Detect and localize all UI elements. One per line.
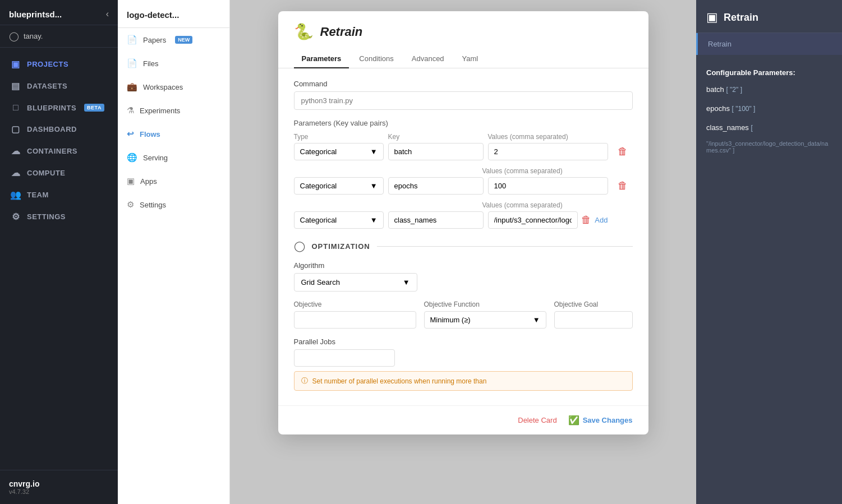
sidebar-footer: cnvrg.io v4.7.32 (0, 470, 118, 504)
modal-body: Command Parameters (Key value pairs) Typ… (278, 68, 648, 405)
nav-label: Flows (140, 130, 160, 138)
app-version: v4.7.32 (9, 488, 109, 495)
tab-yaml[interactable]: Yaml (454, 50, 486, 68)
containers-icon: ☁ (10, 146, 21, 156)
modal-title: Retrain (320, 25, 363, 39)
second-nav-experiments[interactable]: ⚗ Experiments (118, 99, 229, 122)
delete-param-button-0[interactable]: 🗑 (613, 146, 633, 158)
compute-icon: ☁ (10, 168, 21, 178)
objective-goal-field: Objective Goal (554, 300, 633, 329)
settings-icon: ⚙ (10, 211, 21, 222)
sidebar-item-datasets[interactable]: ▤ DATASETS (0, 75, 118, 97)
command-input[interactable] (294, 91, 633, 110)
collapse-sidebar-button[interactable]: ‹ (106, 9, 109, 19)
nav-label: Files (143, 59, 158, 68)
tab-conditions[interactable]: Conditions (351, 50, 401, 68)
param-row: Categorical ▼ 🗑 (294, 143, 633, 160)
apps-icon: ▣ (127, 176, 135, 186)
collapse-icon[interactable]: ◯ (294, 240, 305, 252)
sidebar-item-blueprints[interactable]: □ BLUEPRINTS BETA (0, 97, 118, 118)
param-type-select-1[interactable]: Categorical ▼ (294, 177, 384, 195)
user-info: ◯ tanay. (0, 25, 118, 48)
tab-parameters[interactable]: Parameters (294, 50, 349, 68)
right-panel: ▣ Retrain Retrain Configurable Parameter… (696, 0, 842, 504)
optimization-section: ◯ OPTIMIZATION (294, 240, 633, 252)
beta-badge: BETA (84, 104, 104, 112)
param-value: [ "100" ] (732, 105, 756, 113)
param-type-select-0[interactable]: Categorical ▼ (294, 143, 384, 160)
tooltip-text: Set number of parallel executions when r… (312, 377, 487, 385)
right-panel-icon: ▣ (706, 10, 718, 25)
add-param-button[interactable]: Add (595, 216, 608, 224)
nav-label: Experiments (140, 107, 180, 115)
parallel-jobs-input[interactable] (294, 349, 395, 367)
new-badge: NEW (175, 36, 192, 44)
second-nav-workspaces[interactable]: 💼 Workspaces (118, 75, 229, 99)
sidebar-item-compute[interactable]: ☁ COMPUTE (0, 162, 118, 184)
delete-card-button[interactable]: Delete Card (518, 416, 556, 424)
modal-python-icon: 🐍 (294, 22, 314, 41)
sidebar-item-dashboard[interactable]: ▢ DASHBOARD (0, 118, 118, 140)
nav-label: Workspaces (143, 83, 183, 91)
values-label-3: Values (comma separated) (482, 201, 633, 209)
param-value-input-2[interactable] (488, 211, 578, 229)
delete-param-button-1[interactable]: 🗑 (613, 180, 633, 192)
param-key-input-2[interactable] (388, 211, 484, 229)
second-nav-flows[interactable]: ↩ Flows (118, 122, 229, 146)
sidebar-item-settings[interactable]: ⚙ SETTINGS (0, 206, 118, 228)
second-nav-apps[interactable]: ▣ Apps (118, 169, 229, 193)
projects-icon: ▣ (10, 59, 21, 70)
second-nav-files[interactable]: 📄 Files (118, 52, 229, 75)
param-name: batch (706, 85, 724, 94)
objective-function-value: Minimum (≥) (430, 316, 471, 324)
objective-label: Objective (294, 300, 416, 308)
company-name: cnvrg.io (9, 479, 109, 488)
param-long-value: "/input/s3_connector/logo_detection_data… (696, 138, 842, 160)
chevron-down-icon: ▼ (533, 316, 540, 324)
nav-label: Settings (140, 201, 166, 209)
param-key-input-1[interactable] (388, 177, 484, 195)
param-type-value: Categorical (300, 182, 337, 190)
papers-icon: 📄 (127, 35, 137, 45)
param-type-value: Categorical (300, 216, 337, 224)
left-sidebar: blueprintsd... ‹ ◯ tanay. ▣ PROJECTS ▤ D… (0, 0, 118, 504)
parallel-section: Parallel Jobs ⓘ Set number of parallel e… (294, 337, 633, 391)
second-nav-papers[interactable]: 📄 Papers NEW (118, 28, 229, 52)
settings2-icon: ⚙ (127, 200, 134, 210)
config-param-class-names: class_names [ (696, 118, 842, 137)
param-value: [ (751, 124, 753, 132)
sidebar-item-projects[interactable]: ▣ PROJECTS (0, 53, 118, 75)
save-changes-button[interactable]: ✅ Save Changes (568, 415, 633, 426)
user-icon: ◯ (9, 31, 19, 41)
second-nav-settings[interactable]: ⚙ Settings (118, 193, 229, 216)
objective-function-select[interactable]: Minimum (≥) ▼ (424, 311, 546, 329)
param-value-input-0[interactable] (488, 143, 608, 160)
sidebar-item-team[interactable]: 👥 TEAM (0, 184, 118, 206)
objective-goal-input[interactable] (554, 311, 633, 329)
sidebar-item-containers[interactable]: ☁ CONTAINERS (0, 140, 118, 162)
col-type-label: Type (294, 133, 384, 141)
sidebar-item-label: BLUEPRINTS (27, 104, 76, 112)
objective-input[interactable] (294, 311, 416, 329)
app-title: blueprintsd... (9, 10, 62, 19)
param-key-input-0[interactable] (388, 143, 484, 160)
param-type-value: Categorical (300, 147, 337, 156)
sidebar-item-label: COMPUTE (27, 169, 66, 177)
sidebar-nav: ▣ PROJECTS ▤ DATASETS □ BLUEPRINTS BETA … (0, 48, 118, 470)
param-name: class_names (706, 123, 749, 132)
files-icon: 📄 (127, 58, 137, 68)
second-nav-serving[interactable]: 🌐 Serving (118, 146, 229, 169)
param-row: Categorical ▼ 🗑 (294, 177, 633, 195)
param-value-input-1[interactable] (488, 177, 608, 195)
modal-tabs: Parameters Conditions Advanced Yaml (278, 41, 648, 68)
sidebar-item-label: CONTAINERS (27, 147, 77, 155)
param-type-select-2[interactable]: Categorical ▼ (294, 211, 384, 229)
chevron-down-icon: ▼ (370, 147, 378, 156)
delete-param-button-2[interactable]: 🗑 (581, 214, 591, 226)
objective-function-field: Objective Function Minimum (≥) ▼ (424, 300, 546, 329)
nav-label: Serving (143, 154, 168, 162)
algorithm-select[interactable]: Grid Search ▼ (294, 273, 417, 292)
username: tanay. (24, 32, 43, 40)
flows-icon: ↩ (127, 129, 134, 139)
tab-advanced[interactable]: Advanced (404, 50, 452, 68)
